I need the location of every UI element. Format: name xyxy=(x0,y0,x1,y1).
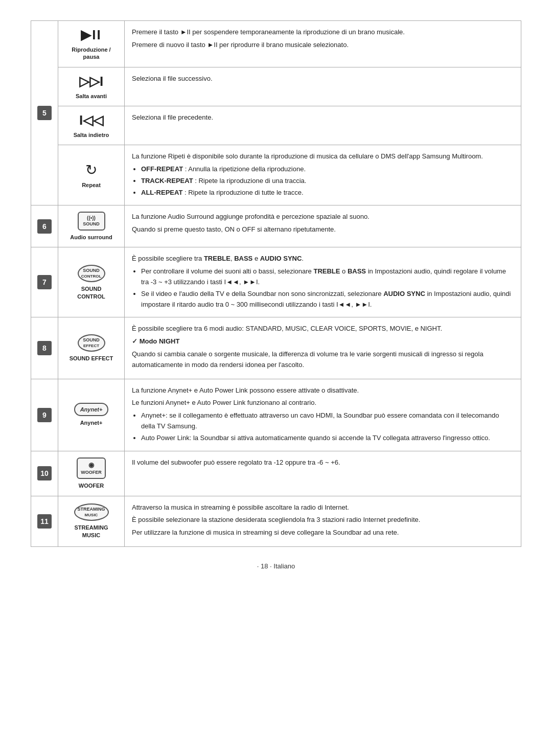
icon-label: Salta avanti xyxy=(62,93,120,100)
skip-forward-icon: ▷▷I xyxy=(62,74,120,89)
desc-bullet: ALL-REPEAT : Ripete la riproduzione di t… xyxy=(141,188,514,198)
desc-bullet: TRACK-REPEAT : Ripete la riproduzione di… xyxy=(141,176,514,187)
desc-cell: Premere il tasto ►II per sospendere temp… xyxy=(125,21,521,67)
desc-check: ✓ Modo NIGHT xyxy=(132,336,514,347)
table-row: 9Anynet+Anynet+La funzione Anynet+ e Aut… xyxy=(31,379,521,451)
table-row: 7 SOUND CONTROL SOUNDCONTROLÈ possibile … xyxy=(31,247,521,317)
desc-text: Premere il tasto ►II per sospendere temp… xyxy=(132,27,514,38)
desc-bullet: OFF-REPEAT : Annulla la ripetizione dell… xyxy=(141,164,514,175)
desc-text: È possibile scegliere tra TREBLE, BASS e… xyxy=(132,254,514,264)
row-number: 5 xyxy=(31,21,58,205)
desc-text: Premere di nuovo il tasto ►II per riprod… xyxy=(132,40,514,51)
icon-cell: SOUND CONTROL SOUNDCONTROL xyxy=(58,247,125,317)
row-number: 11 xyxy=(31,496,58,546)
table-row: ▷▷ISalta avantiSeleziona il file success… xyxy=(31,67,521,106)
icon-label: SOUND EFFECT xyxy=(62,355,120,362)
icon-cell: ◉ WOOFER WOOFER xyxy=(58,451,125,496)
icon-label: STREAMINGMUSIC xyxy=(62,524,120,539)
row-number: 6 xyxy=(31,205,58,247)
anynet-icon: Anynet+ xyxy=(74,403,109,416)
streaming-icon: STREAMING MUSIC xyxy=(74,503,109,521)
desc-text: È possibile scegliere tra 6 modi audio: … xyxy=(132,324,514,334)
desc-text: La funzione Audio Surround aggiunge prof… xyxy=(132,212,514,222)
desc-cell: Attraverso la musica in streaming è poss… xyxy=(125,496,521,546)
icon-label: Audio surround xyxy=(62,234,120,241)
icon-cell: STREAMING MUSIC STREAMINGMUSIC xyxy=(58,496,125,546)
desc-text: È possibile selezionare la stazione desi… xyxy=(132,515,514,525)
icon-cell: ▷▷ISalta avanti xyxy=(58,67,125,106)
icon-label: Riproduzione /pausa xyxy=(62,46,120,61)
desc-bullet: Per controllare il volume dei suoni alti… xyxy=(141,266,514,288)
desc-text: Quando si preme questo tasto, ON o OFF s… xyxy=(132,224,514,235)
desc-text: La funzione Ripeti è disponibile solo du… xyxy=(132,151,514,162)
desc-text: Attraverso la musica in streaming è poss… xyxy=(132,502,514,513)
desc-text: Per utilizzare la funzione di musica in … xyxy=(132,528,514,538)
row-number: 7 xyxy=(31,247,58,317)
table-row: 10 ◉ WOOFER WOOFERIl volume del subwoofe… xyxy=(31,451,521,496)
table-row: 11 STREAMING MUSIC STREAMINGMUSICAttrave… xyxy=(31,496,521,546)
table-row: 5▶IIRiproduzione /pausaPremere il tasto … xyxy=(31,21,521,67)
row-number: 9 xyxy=(31,379,58,451)
table-row: 8 SOUND EFFECT SOUND EFFECTÈ possibile s… xyxy=(31,317,521,379)
desc-cell: La funzione Audio Surround aggiunge prof… xyxy=(125,205,521,247)
icon-cell: I◁◁Salta indietro xyxy=(58,106,125,145)
table-row: ↻RepeatLa funzione Ripeti è disponibile … xyxy=(31,145,521,205)
number-box: 11 xyxy=(37,514,52,529)
icon-cell: SOUND EFFECT SOUND EFFECT xyxy=(58,317,125,379)
row-number: 10 xyxy=(31,451,58,496)
desc-bullet: Se il video e l'audio della TV e della S… xyxy=(141,289,514,310)
icon-label: Salta indietro xyxy=(62,131,120,139)
table-row: 6 ((•)) SOUND Audio surroundLa funzione … xyxy=(31,205,521,247)
row-number: 8 xyxy=(31,317,58,379)
play-pause-icon: ▶II xyxy=(62,27,120,43)
icon-cell: ↻Repeat xyxy=(58,145,125,205)
desc-cell: È possibile scegliere tra TREBLE, BASS e… xyxy=(125,247,521,317)
desc-text: Seleziona il file successivo. xyxy=(132,74,514,84)
desc-cell: Seleziona il file successivo. xyxy=(125,67,521,106)
icon-cell: ((•)) SOUND Audio surround xyxy=(58,205,125,247)
desc-text: Le funzioni Anynet+ e Auto Power Link fu… xyxy=(132,398,514,408)
woofer-icon: ◉ WOOFER xyxy=(77,457,106,479)
desc-cell: È possibile scegliere tra 6 modi audio: … xyxy=(125,317,521,379)
desc-cell: Seleziona il file precedente. xyxy=(125,106,521,145)
desc-text: Quando si cambia canale o sorgente music… xyxy=(132,349,514,371)
desc-cell: La funzione Anynet+ e Auto Power Link po… xyxy=(125,379,521,451)
desc-cell: La funzione Ripeti è disponibile solo du… xyxy=(125,145,521,205)
icon-cell: Anynet+Anynet+ xyxy=(58,379,125,451)
desc-bullet: Auto Power Link: la Soundbar si attiva a… xyxy=(141,433,514,444)
repeat-icon: ↻ xyxy=(62,162,120,178)
table-row: I◁◁Salta indietroSeleziona il file prece… xyxy=(31,106,521,145)
desc-text: La funzione Anynet+ e Auto Power Link po… xyxy=(132,385,514,396)
desc-cell: Il volume del subwoofer può essere regol… xyxy=(125,451,521,496)
icon-label: SOUNDCONTROL xyxy=(62,285,120,300)
icon-label: WOOFER xyxy=(62,482,120,489)
page-footer: · 18 · Italiano xyxy=(31,562,521,570)
sound-effect-icon: SOUND EFFECT xyxy=(78,334,105,352)
number-box: 9 xyxy=(37,408,52,422)
audio-surround-icon: ((•)) SOUND xyxy=(78,212,105,231)
skip-back-icon: I◁◁ xyxy=(62,112,120,128)
number-box: 6 xyxy=(37,219,52,234)
desc-text: Il volume del subwoofer può essere regol… xyxy=(132,457,514,468)
number-box: 5 xyxy=(37,106,52,120)
number-box: 8 xyxy=(37,341,52,355)
desc-text: Seleziona il file precedente. xyxy=(132,112,514,123)
desc-bullet: Anynet+: se il collegamento è effettuato… xyxy=(141,410,514,432)
number-box: 10 xyxy=(37,466,52,480)
sound-control-icon: SOUND CONTROL xyxy=(78,265,105,282)
number-box: 7 xyxy=(37,275,52,289)
icon-label: Repeat xyxy=(62,181,120,189)
icon-cell: ▶IIRiproduzione /pausa xyxy=(58,21,125,67)
icon-label: Anynet+ xyxy=(62,419,120,426)
